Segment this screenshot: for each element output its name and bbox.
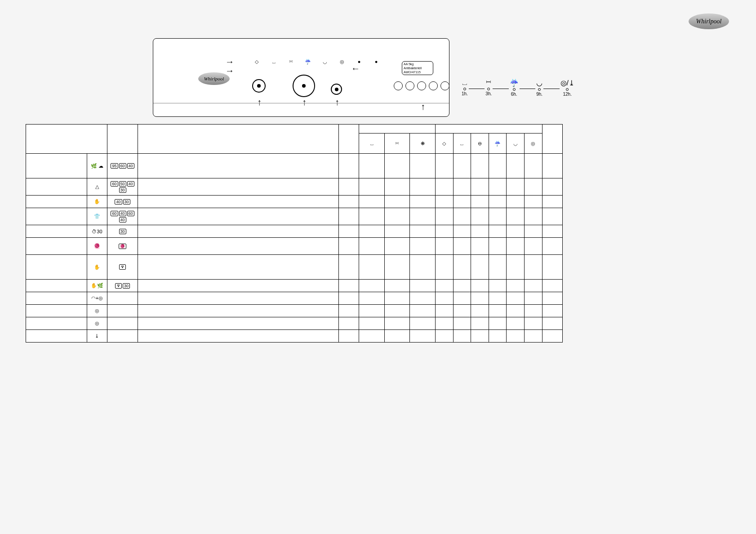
detergent-cell <box>359 154 385 178</box>
care-labels-cell <box>107 330 138 343</box>
load-cell <box>338 280 359 292</box>
program-name-cell <box>26 280 87 292</box>
program-icon-cell: ◎ <box>87 305 107 317</box>
option-cell <box>507 154 525 178</box>
care-label-icon: 40 <box>115 199 122 205</box>
rating-label: AA 5kg Antibakteriell AWO/47115 <box>402 61 433 86</box>
option-cell <box>453 196 471 208</box>
description-cell <box>138 178 338 196</box>
delay-label: 3h. <box>485 91 492 96</box>
option-cell <box>435 225 453 238</box>
care-labels-cell: ⛛30 <box>107 280 138 292</box>
detergent-cell <box>359 292 385 305</box>
header-options-group <box>435 125 542 134</box>
program-name-cell <box>26 154 87 178</box>
table-row: 👕60406040 <box>26 208 563 225</box>
option-cell <box>453 255 471 280</box>
delay-start-diagram: ⎵1h.⎶3h.☔6h.◡9h.◎/⤓12h. <box>461 79 575 99</box>
delay-step: ◡9h. <box>535 79 543 97</box>
whirlpool-logo: Whirlpool <box>689 13 729 29</box>
header-mainwash-icon: ⎶ <box>384 134 410 154</box>
care-label-icon: 40 <box>119 217 126 222</box>
option-cell <box>453 292 471 305</box>
program-icon-cell: ◠+◎ <box>87 292 107 305</box>
option-cell <box>525 196 543 208</box>
delay-dot <box>513 88 516 91</box>
header-option-icon: ◇ <box>435 134 453 154</box>
program-name-cell <box>26 330 87 343</box>
option-cell <box>471 292 489 305</box>
delay-symbol-icon: ⎵ <box>462 79 468 87</box>
description-cell <box>138 305 338 317</box>
panel-icon: ⎶ <box>286 59 295 65</box>
final-cell <box>542 196 562 208</box>
option-cell <box>507 208 525 225</box>
panel-icon: ⎵ <box>269 59 278 65</box>
delay-symbol-icon: ⎶ <box>485 79 492 87</box>
option-cell <box>507 225 525 238</box>
detergent-cell <box>359 280 385 292</box>
detergent-cell <box>410 178 436 196</box>
option-button[interactable] <box>440 81 449 90</box>
description-cell <box>138 292 338 305</box>
option-cell <box>435 280 453 292</box>
option-cell <box>525 330 543 343</box>
small-dial-left[interactable] <box>252 79 266 93</box>
header-prewash-icon: ⎵ <box>359 134 385 154</box>
program-name-cell <box>26 317 87 330</box>
program-icon-cell: ⏱30 <box>87 225 107 238</box>
option-cell <box>507 317 525 330</box>
option-cell <box>489 330 507 343</box>
description-cell <box>138 196 338 208</box>
detergent-cell <box>384 225 410 238</box>
table-row: 🧶🧶 <box>26 238 563 255</box>
delay-dot <box>487 88 490 90</box>
care-label-icon: 60 <box>111 211 118 216</box>
panel-icon: ◇ <box>252 59 261 65</box>
program-dial[interactable] <box>293 75 315 97</box>
option-cell <box>489 196 507 208</box>
panel-icon: ◡ <box>320 59 329 65</box>
table-row: 🌿 ☁956040 <box>26 154 563 178</box>
final-cell <box>542 208 562 225</box>
program-name-cell <box>26 255 87 280</box>
program-icon-cell: △ <box>87 178 107 196</box>
care-label-icon: 60 <box>119 163 126 169</box>
detergent-cell <box>410 330 436 343</box>
description-cell <box>138 208 338 225</box>
option-cell <box>507 280 525 292</box>
option-cell <box>471 238 489 255</box>
header-program <box>26 125 107 154</box>
option-button[interactable] <box>394 81 403 90</box>
option-cell <box>453 238 471 255</box>
small-dial-right[interactable] <box>331 84 342 95</box>
detergent-cell <box>410 196 436 208</box>
detergent-cell <box>384 154 410 178</box>
option-cell <box>471 255 489 280</box>
program-icon-cell: ✋🌿 <box>87 280 107 292</box>
detergent-cell <box>384 292 410 305</box>
load-cell <box>338 330 359 343</box>
option-cell <box>507 178 525 196</box>
load-cell <box>338 225 359 238</box>
option-cell <box>471 208 489 225</box>
care-label-icon: 🧶 <box>119 244 126 249</box>
program-table: ⎵ ⎶ ❋ ◇ ⎵ ⊖ ☔ ◡ ◎ 🌿 ☁956040△60504030✋403… <box>26 124 563 343</box>
final-cell <box>542 280 562 292</box>
detergent-cell <box>359 208 385 225</box>
option-cell <box>471 317 489 330</box>
program-name-cell <box>26 208 87 225</box>
care-label-icon: 60 <box>127 211 134 216</box>
option-cell <box>525 178 543 196</box>
option-cell <box>507 330 525 343</box>
load-cell <box>338 154 359 178</box>
header-final <box>542 125 562 154</box>
option-cell <box>435 305 453 317</box>
care-labels-cell: 🧶 <box>107 238 138 255</box>
detergent-cell <box>410 225 436 238</box>
option-cell <box>507 305 525 317</box>
care-label-icon: 30 <box>119 229 126 234</box>
program-icon-cell: 🧶 <box>87 238 107 255</box>
care-labels-cell <box>107 292 138 305</box>
header-care-labels <box>107 125 138 154</box>
